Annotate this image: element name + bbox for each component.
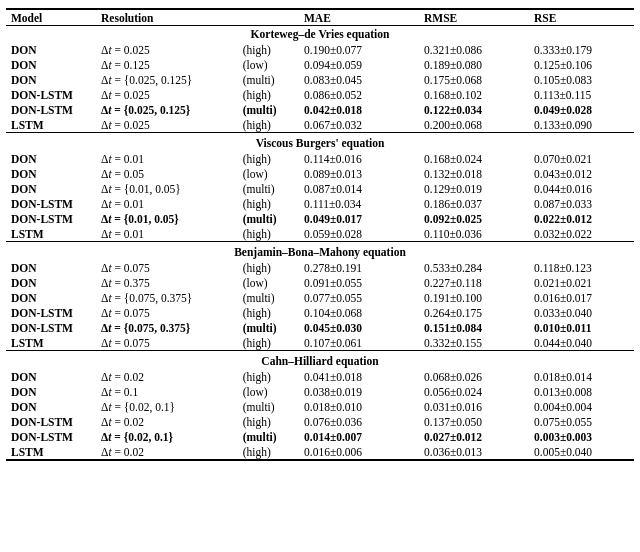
model-cell: DON-LSTM <box>6 320 96 335</box>
mae-cell: 0.104±0.068 <box>299 305 419 320</box>
table-row: DON-LSTMΔt = {0.01, 0.05}(multi)0.049±0.… <box>6 211 634 226</box>
model-cell: LSTM <box>6 335 96 351</box>
freq-cell: (multi) <box>238 181 299 196</box>
mae-cell: 0.094±0.059 <box>299 57 419 72</box>
rmse-cell: 0.189±0.080 <box>419 57 529 72</box>
model-cell: LSTM <box>6 117 96 133</box>
rmse-cell: 0.132±0.018 <box>419 166 529 181</box>
resolution-cell: Δt = 0.01 <box>96 151 238 166</box>
rmse-cell: 0.227±0.118 <box>419 275 529 290</box>
rse-cell: 0.021±0.021 <box>529 275 634 290</box>
rmse-cell: 0.137±0.050 <box>419 414 529 429</box>
table-row: DONΔt = 0.01(high)0.114±0.0160.168±0.024… <box>6 151 634 166</box>
freq-cell: (low) <box>238 57 299 72</box>
mae-cell: 0.045±0.030 <box>299 320 419 335</box>
mae-cell: 0.114±0.016 <box>299 151 419 166</box>
mae-cell: 0.059±0.028 <box>299 226 419 242</box>
resolution-cell: Δt = 0.075 <box>96 335 238 351</box>
model-cell: DON <box>6 181 96 196</box>
model-cell: DON <box>6 72 96 87</box>
mae-cell: 0.076±0.036 <box>299 414 419 429</box>
model-cell: DON <box>6 151 96 166</box>
rmse-cell: 0.321±0.086 <box>419 42 529 57</box>
table-row: DONΔt = 0.025(high)0.190±0.0770.321±0.08… <box>6 42 634 57</box>
rmse-cell: 0.027±0.012 <box>419 429 529 444</box>
column-headers: Model Resolution MAE RMSE RSE <box>6 9 634 26</box>
table-body: Korteweg–de Vries equationDONΔt = 0.025(… <box>6 26 634 461</box>
model-cell: DON <box>6 42 96 57</box>
rmse-cell: 0.175±0.068 <box>419 72 529 87</box>
rse-cell: 0.333±0.179 <box>529 42 634 57</box>
mae-cell: 0.091±0.055 <box>299 275 419 290</box>
mae-cell: 0.089±0.013 <box>299 166 419 181</box>
table-row: DONΔt = 0.05(low)0.089±0.0130.132±0.0180… <box>6 166 634 181</box>
rse-cell: 0.032±0.022 <box>529 226 634 242</box>
rmse-cell: 0.533±0.284 <box>419 260 529 275</box>
section-title-0: Korteweg–de Vries equation <box>6 26 634 43</box>
rmse-cell: 0.264±0.175 <box>419 305 529 320</box>
freq-cell: (multi) <box>238 399 299 414</box>
rse-cell: 0.049±0.028 <box>529 102 634 117</box>
col-header-mae: MAE <box>299 9 419 26</box>
rse-cell: 0.044±0.040 <box>529 335 634 351</box>
model-cell: DON <box>6 290 96 305</box>
rmse-cell: 0.092±0.025 <box>419 211 529 226</box>
rmse-cell: 0.200±0.068 <box>419 117 529 133</box>
resolution-cell: Δt = 0.125 <box>96 57 238 72</box>
results-table: Model Resolution MAE RMSE RSE Korteweg–d… <box>6 8 634 461</box>
resolution-cell: Δt = 0.025 <box>96 42 238 57</box>
rse-cell: 0.105±0.083 <box>529 72 634 87</box>
rmse-cell: 0.031±0.016 <box>419 399 529 414</box>
model-cell: DON-LSTM <box>6 429 96 444</box>
freq-cell: (multi) <box>238 320 299 335</box>
freq-cell: (high) <box>238 117 299 133</box>
freq-cell: (high) <box>238 196 299 211</box>
table-row: DONΔt = 0.1(low)0.038±0.0190.056±0.0240.… <box>6 384 634 399</box>
mae-cell: 0.086±0.052 <box>299 87 419 102</box>
table-row: DONΔt = {0.02, 0.1}(multi)0.018±0.0100.0… <box>6 399 634 414</box>
freq-cell: (high) <box>238 226 299 242</box>
table-row: DONΔt = 0.125(low)0.094±0.0590.189±0.080… <box>6 57 634 72</box>
resolution-cell: Δt = 0.02 <box>96 444 238 460</box>
rse-cell: 0.113±0.115 <box>529 87 634 102</box>
rmse-cell: 0.110±0.036 <box>419 226 529 242</box>
mae-cell: 0.077±0.055 <box>299 290 419 305</box>
section-title-1: Viscous Burgers' equation <box>6 133 634 152</box>
rse-cell: 0.044±0.016 <box>529 181 634 196</box>
freq-cell: (low) <box>238 384 299 399</box>
table-row: DON-LSTMΔt = {0.075, 0.375}(multi)0.045±… <box>6 320 634 335</box>
freq-cell: (low) <box>238 166 299 181</box>
section-title-2: Benjamin–Bona–Mahony equation <box>6 242 634 261</box>
rse-cell: 0.003±0.003 <box>529 429 634 444</box>
table-row: DON-LSTMΔt = 0.01(high)0.111±0.0340.186±… <box>6 196 634 211</box>
col-header-rmse: RMSE <box>419 9 529 26</box>
freq-cell: (high) <box>238 369 299 384</box>
table-row: DON-LSTMΔt = {0.02, 0.1}(multi)0.014±0.0… <box>6 429 634 444</box>
freq-cell: (high) <box>238 335 299 351</box>
resolution-cell: Δt = 0.01 <box>96 226 238 242</box>
resolution-cell: Δt = {0.01, 0.05} <box>96 181 238 196</box>
resolution-cell: Δt = 0.02 <box>96 414 238 429</box>
freq-cell: (multi) <box>238 72 299 87</box>
rse-cell: 0.125±0.106 <box>529 57 634 72</box>
table-row: LSTMΔt = 0.025(high)0.067±0.0320.200±0.0… <box>6 117 634 133</box>
resolution-cell: Δt = 0.375 <box>96 275 238 290</box>
table-row: DON-LSTMΔt = {0.025, 0.125}(multi)0.042±… <box>6 102 634 117</box>
rse-cell: 0.070±0.021 <box>529 151 634 166</box>
resolution-cell: Δt = 0.01 <box>96 196 238 211</box>
section-header-2: Benjamin–Bona–Mahony equation <box>6 242 634 261</box>
table-row: LSTMΔt = 0.01(high)0.059±0.0280.110±0.03… <box>6 226 634 242</box>
freq-cell: (high) <box>238 42 299 57</box>
mae-cell: 0.014±0.007 <box>299 429 419 444</box>
section-header-0: Korteweg–de Vries equation <box>6 26 634 43</box>
rse-cell: 0.005±0.040 <box>529 444 634 460</box>
rmse-cell: 0.332±0.155 <box>419 335 529 351</box>
model-cell: LSTM <box>6 444 96 460</box>
resolution-cell: Δt = {0.025, 0.125} <box>96 72 238 87</box>
model-cell: DON <box>6 369 96 384</box>
table-container: Model Resolution MAE RMSE RSE Korteweg–d… <box>0 0 640 469</box>
freq-cell: (high) <box>238 444 299 460</box>
rmse-cell: 0.191±0.100 <box>419 290 529 305</box>
model-cell: DON <box>6 275 96 290</box>
rse-cell: 0.033±0.040 <box>529 305 634 320</box>
